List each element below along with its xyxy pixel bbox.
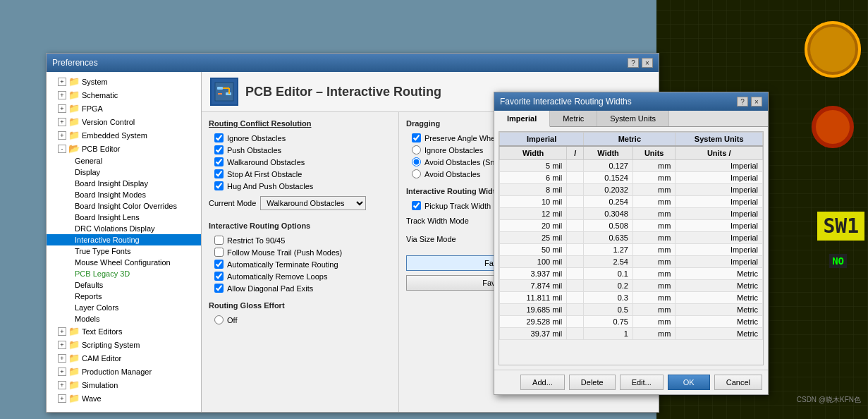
table-row[interactable]: 11.811 mil 0.3 mm Metric xyxy=(500,292,763,304)
avoid-snap-radio[interactable] xyxy=(412,157,421,166)
sidebar-item-board-insight-modes[interactable]: Board Insight Modes xyxy=(47,189,201,200)
imp-width-cell: 11.811 mil xyxy=(500,292,567,304)
follow-mouse-label: Follow Mouse Trail (Push Modes) xyxy=(227,248,342,257)
tab-system-units[interactable]: System Units xyxy=(597,111,669,126)
sidebar-item-board-insight-lens[interactable]: Board Insight Lens xyxy=(47,212,201,223)
table-row[interactable]: 6 mil 0.1524 mm Imperial xyxy=(500,172,763,184)
sidebar-item-models[interactable]: Models xyxy=(47,313,201,324)
sys-units-cell: Metric xyxy=(676,292,763,304)
expand-icon[interactable]: - xyxy=(58,145,66,153)
imp-width-cell: 50 mil xyxy=(500,244,567,256)
walkaround-obstacles-label: Walkaround Obstacles xyxy=(227,158,305,166)
ignore-obstacles-checkbox[interactable] xyxy=(214,133,224,142)
routing-conflict-title: Routing Conflict Resolution xyxy=(209,119,391,128)
expand-icon[interactable]: + xyxy=(58,78,66,86)
table-row[interactable]: 19.685 mil 0.5 mm Metric xyxy=(500,304,763,316)
stop-at-first-row: Stop At First Obstacle xyxy=(209,168,391,180)
table-row[interactable]: 10 mil 0.254 mm Imperial xyxy=(500,196,763,208)
sidebar-item-board-insight-display[interactable]: Board Insight Display xyxy=(47,178,201,189)
ignore-drag-radio[interactable] xyxy=(412,145,421,154)
sidebar-item-fpga[interactable]: + 📁 FPGA xyxy=(47,102,201,115)
close-button[interactable]: × xyxy=(642,58,653,68)
sidebar-item-cam-editor[interactable]: + 📁 CAM Editor xyxy=(47,351,201,365)
sidebar-item-board-insight-color-overrides[interactable]: Board Insight Color Overrides xyxy=(47,200,201,212)
sidebar-tree: + 📁 System + 📁 Schematic + 📁 FPGA + 📁 Ve… xyxy=(47,72,202,412)
sidebar-item-defaults[interactable]: Defaults xyxy=(47,279,201,291)
expand-icon[interactable]: + xyxy=(58,394,66,403)
table-row[interactable]: 12 mil 0.3048 mm Imperial xyxy=(500,208,763,220)
preserve-angle-checkbox[interactable] xyxy=(412,133,421,142)
ok-button[interactable]: OK xyxy=(668,375,710,390)
sidebar-label-wave: Wave xyxy=(82,394,102,403)
tab-metric[interactable]: Metric xyxy=(550,111,597,126)
sidebar-item-general[interactable]: General xyxy=(47,155,201,166)
expand-icon[interactable]: + xyxy=(58,368,66,376)
sidebar-item-text-editors[interactable]: + 📁 Text Editors xyxy=(47,324,201,338)
sidebar-item-system[interactable]: + 📁 System xyxy=(47,75,201,88)
expand-icon[interactable]: + xyxy=(58,327,66,336)
expand-icon[interactable]: + xyxy=(58,104,66,113)
sidebar-label-system: System xyxy=(82,78,108,86)
sidebar-item-pcb-legacy-3d[interactable]: PCB Legacy 3D xyxy=(47,268,201,279)
table-row[interactable]: 3.937 mil 0.1 mm Metric xyxy=(500,268,763,280)
expand-icon[interactable]: + xyxy=(58,131,66,140)
expand-icon[interactable]: + xyxy=(58,91,66,99)
table-row[interactable]: 20 mil 0.508 mm Imperial xyxy=(500,220,763,232)
sidebar-item-layer-colors[interactable]: Layer Colors xyxy=(47,302,201,313)
titlebar-buttons: ? × xyxy=(628,58,653,68)
auto-remove-checkbox[interactable] xyxy=(214,272,224,281)
add-button[interactable]: Add... xyxy=(520,375,565,390)
edit-button[interactable]: Edit... xyxy=(620,375,664,390)
sidebar-item-version-control[interactable]: + 📁 Version Control xyxy=(47,115,201,128)
sidebar-item-simulation[interactable]: + 📁 Simulation xyxy=(47,378,201,391)
table-row[interactable]: 7.874 mil 0.2 mm Metric xyxy=(500,280,763,292)
follow-mouse-checkbox[interactable] xyxy=(214,248,224,257)
sidebar-label-cam-editor: CAM Editor xyxy=(82,354,121,363)
table-row[interactable]: 29.528 mil 0.75 mm Metric xyxy=(500,316,763,328)
walkaround-obstacles-checkbox[interactable] xyxy=(214,157,224,166)
imp-width-cell: 5 mil xyxy=(500,160,567,172)
fav-help-button[interactable]: ? xyxy=(737,97,748,107)
current-mode-select[interactable]: Walkaround Obstacles Ignore Obstacles Pu… xyxy=(260,196,366,210)
pickup-track-checkbox[interactable] xyxy=(412,201,421,210)
sidebar-item-drc-violations[interactable]: DRC Violations Display xyxy=(47,223,201,234)
expand-icon[interactable]: + xyxy=(58,381,66,389)
sidebar-item-interactive-routing[interactable]: Interactive Routing xyxy=(47,234,201,245)
expand-icon[interactable]: + xyxy=(58,341,66,349)
table-row[interactable]: 50 mil 1.27 mm Imperial xyxy=(500,244,763,256)
gloss-off-label: Off xyxy=(227,316,237,324)
table-row[interactable]: 39.37 mil 1 mm Metric xyxy=(500,328,763,340)
sidebar-item-scripting-system[interactable]: + 📁 Scripting System xyxy=(47,338,201,351)
table-row[interactable]: 8 mil 0.2032 mm Imperial xyxy=(500,184,763,196)
hug-push-checkbox[interactable] xyxy=(214,181,224,190)
sidebar-item-schematic[interactable]: + 📁 Schematic xyxy=(47,88,201,102)
sidebar-item-reports[interactable]: Reports xyxy=(47,291,201,302)
table-row[interactable]: 5 mil 0.127 mm Imperial xyxy=(500,160,763,172)
push-obstacles-row: Push Obstacles xyxy=(209,144,391,156)
fav-close-button[interactable]: × xyxy=(751,97,762,107)
avoid-drag-radio[interactable] xyxy=(412,169,421,178)
auto-terminate-checkbox[interactable] xyxy=(214,260,224,269)
cancel-button[interactable]: Cancel xyxy=(714,375,762,390)
sidebar-item-display[interactable]: Display xyxy=(47,166,201,178)
metric-header: Metric xyxy=(584,133,676,147)
sidebar-item-production-manager[interactable]: + 📁 Production Manager xyxy=(47,365,201,378)
expand-icon[interactable]: + xyxy=(58,118,66,126)
help-button[interactable]: ? xyxy=(628,58,639,68)
diagonal-pad-checkbox[interactable] xyxy=(214,284,224,293)
sidebar-item-true-type-fonts[interactable]: True Type Fonts xyxy=(47,245,201,257)
stop-at-first-checkbox[interactable] xyxy=(214,169,224,178)
imp-units-cell xyxy=(567,232,584,244)
expand-icon[interactable]: + xyxy=(58,354,66,363)
table-row[interactable]: 25 mil 0.635 mm Imperial xyxy=(500,232,763,244)
push-obstacles-checkbox[interactable] xyxy=(214,145,224,154)
gloss-off-radio[interactable] xyxy=(214,315,224,324)
table-row[interactable]: 100 mil 2.54 mm Imperial xyxy=(500,256,763,268)
sidebar-item-embedded-system[interactable]: + 📁 Embedded System xyxy=(47,128,201,142)
sidebar-item-wave[interactable]: + 📁 Wave xyxy=(47,391,201,405)
restrict-90-45-checkbox[interactable] xyxy=(214,236,224,245)
sidebar-item-pcb-editor[interactable]: - 📂 PCB Editor xyxy=(47,142,201,155)
tab-imperial[interactable]: Imperial xyxy=(494,111,550,127)
delete-button[interactable]: Delete xyxy=(569,375,616,390)
sidebar-item-mouse-wheel[interactable]: Mouse Wheel Configuration xyxy=(47,257,201,268)
